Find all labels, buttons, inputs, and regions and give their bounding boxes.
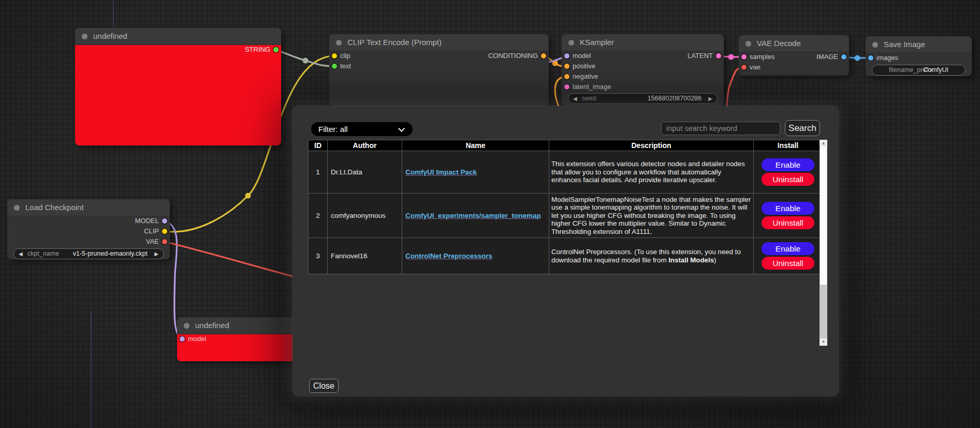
node-title-bar[interactable]: VAE Decode: [739, 35, 849, 52]
node-title: KSampler: [580, 38, 614, 47]
reroute-dot[interactable]: [245, 193, 251, 199]
input-model-label: model: [573, 52, 591, 60]
input-images-dot[interactable]: [868, 55, 873, 61]
scroll-down-arrow-icon[interactable]: ▼: [820, 338, 827, 346]
column-header-description: Description: [549, 140, 754, 151]
widget-increment-icon[interactable]: ▶: [708, 95, 712, 102]
description-text: ModelSamplerTonemapNoiseTest a node that…: [551, 196, 751, 235]
uninstall-button[interactable]: Uninstall: [762, 257, 814, 270]
widget-decrement-icon[interactable]: ◀: [573, 95, 577, 102]
scrollbar-thumb[interactable]: [820, 147, 827, 285]
output-MODEL-dot[interactable]: [162, 218, 167, 224]
node-body: [75, 45, 281, 145]
cell-install: EnableUninstall: [754, 151, 823, 194]
output-VAE-dot[interactable]: [162, 239, 167, 244]
table-header-row: IDAuthorNameDescriptionInstall: [309, 140, 823, 151]
node-ksampler[interactable]: KSamplermodelpositivenegativelatent_imag…: [562, 34, 724, 106]
node-title-bar[interactable]: undefined: [75, 28, 281, 45]
node-title-bar[interactable]: KSampler: [562, 34, 724, 51]
collapse-dot[interactable]: [336, 40, 342, 46]
uninstall-button[interactable]: Uninstall: [762, 216, 814, 229]
widget-decrement-icon[interactable]: ◀: [19, 250, 23, 257]
input-vae-dot[interactable]: [741, 65, 747, 70]
collapse-dot[interactable]: [82, 34, 87, 39]
input-model-dot[interactable]: [180, 336, 185, 342]
wire-vae-out-left: [165, 242, 311, 281]
table-scrollbar[interactable]: ▲ ▼: [820, 140, 827, 346]
cell-install: EnableUninstall: [754, 238, 823, 274]
collapse-dot[interactable]: [14, 205, 20, 211]
node-undefined-string[interactable]: undefinedSTRING: [75, 28, 281, 145]
output-LATENT-label: LATENT: [688, 52, 713, 60]
node-save-image[interactable]: Save Imageimagesfilename_prefixComfyUI: [866, 36, 972, 76]
cell-name: ComfyUI_experiments/sampler_tonemap: [402, 194, 549, 238]
input-text-label: text: [340, 62, 351, 70]
output-MODEL-label: MODEL: [135, 217, 159, 225]
input-images-label: images: [876, 54, 898, 62]
enable-button[interactable]: Enable: [762, 202, 814, 215]
cell-description: ControlNet Preprocessors. (To use this e…: [549, 238, 754, 274]
output-CONDITIONING-dot[interactable]: [541, 53, 546, 58]
uninstall-button[interactable]: Uninstall: [762, 173, 814, 186]
node-title: undefined: [93, 32, 127, 40]
extension-row-1: 1Dr.Lt.DataComfyUI Impact PackThis exten…: [309, 151, 823, 194]
output-LATENT-dot[interactable]: [716, 53, 721, 58]
column-header-id: ID: [309, 140, 328, 151]
enable-button[interactable]: Enable: [762, 242, 814, 255]
column-header-name: Name: [402, 140, 549, 151]
scroll-up-arrow-icon[interactable]: ▲: [820, 140, 827, 147]
extension-row-2: 2comfyanonymousComfyUI_experiments/sampl…: [309, 194, 823, 238]
output-VAE-label: VAE: [146, 238, 159, 246]
search-button[interactable]: Search: [785, 120, 820, 136]
input-negative-dot[interactable]: [564, 74, 569, 79]
chevron-down-icon: [398, 125, 405, 132]
widget-seed[interactable]: ◀▶seed156680208700286: [568, 93, 718, 104]
collapse-dot[interactable]: [745, 41, 751, 47]
node-title-bar[interactable]: Load Checkpoint: [7, 199, 170, 216]
widget-value: ComfyUI: [923, 66, 948, 74]
cell-name: ControlNet Preprocessors: [402, 238, 549, 274]
node-title: Load Checkpoint: [25, 203, 84, 212]
reroute-dot[interactable]: [728, 54, 734, 60]
enable-button[interactable]: Enable: [762, 158, 814, 171]
input-negative-label: negative: [573, 72, 598, 81]
output-CLIP-label: CLIP: [144, 227, 159, 235]
node-load-checkpoint[interactable]: Load CheckpointMODELCLIPVAE◀▶ckpt_namev1…: [7, 199, 170, 259]
widget-ckpt_name[interactable]: ◀▶ckpt_namev1-5-pruned-emaonly.ckpt: [13, 248, 164, 259]
extension-row-3: 3Fannovel16ControlNet PreprocessorsContr…: [309, 238, 823, 274]
widget-label: seed: [582, 95, 596, 102]
node-title-bar[interactable]: CLIP Text Encode (Prompt): [329, 34, 549, 51]
output-CLIP-dot[interactable]: [162, 229, 167, 234]
reroute-dot[interactable]: [303, 58, 309, 64]
graph-canvas[interactable]: Filter: all Search IDAuthorNameDescripti…: [0, 0, 980, 428]
collapse-dot[interactable]: [184, 323, 189, 329]
node-clip-text-encode[interactable]: CLIP Text Encode (Prompt)cliptextCONDITI…: [329, 34, 549, 107]
collapse-dot[interactable]: [872, 42, 878, 48]
search-input[interactable]: [661, 122, 780, 135]
node-title: CLIP Text Encode (Prompt): [347, 38, 442, 47]
output-IMAGE-dot[interactable]: [841, 54, 846, 60]
extension-link[interactable]: ControlNet Preprocessors: [405, 252, 492, 260]
cell-description: ModelSamplerTonemapNoiseTest a node that…: [549, 194, 754, 238]
node-title-bar[interactable]: Save Image: [866, 36, 972, 53]
output-STRING-dot[interactable]: [273, 47, 279, 52]
node-vae-decode[interactable]: VAE DecodesamplesvaeIMAGE: [739, 35, 849, 76]
reroute-dot[interactable]: [855, 55, 860, 61]
widget-filename_prefix[interactable]: filename_prefixComfyUI: [872, 65, 966, 76]
cell-id: 3: [309, 238, 328, 274]
input-model-dot[interactable]: [564, 53, 569, 58]
extension-link[interactable]: ComfyUI_experiments/sampler_tonemap: [405, 212, 541, 219]
input-samples-label: samples: [750, 53, 774, 61]
widget-increment-icon[interactable]: ▶: [154, 250, 158, 257]
input-samples-dot[interactable]: [741, 54, 747, 60]
description-bold-text: Install Models: [668, 256, 714, 264]
filter-select[interactable]: Filter: all: [311, 122, 413, 136]
extension-link[interactable]: ComfyUI Impact Pack: [405, 168, 477, 176]
input-text-dot[interactable]: [332, 64, 337, 69]
input-clip-dot[interactable]: [332, 53, 337, 58]
input-latent_image-dot[interactable]: [564, 84, 569, 90]
cell-author: Fannovel16: [328, 238, 402, 274]
input-positive-dot[interactable]: [564, 64, 569, 69]
close-button[interactable]: Close: [309, 379, 339, 393]
collapse-dot[interactable]: [568, 40, 574, 46]
